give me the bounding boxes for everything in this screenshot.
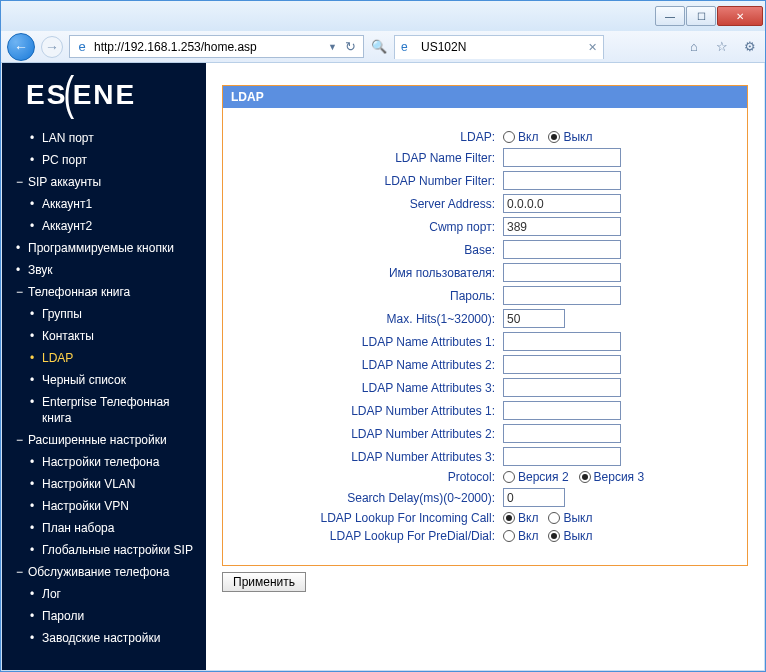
label-name-filter: LDAP Name Filter: bbox=[243, 151, 503, 165]
panel-body: LDAP: Вкл Выкл LDAP Name Filter: LDAP Nu… bbox=[223, 108, 747, 565]
input-name-filter[interactable] bbox=[503, 148, 621, 167]
logo-text-right: ENE bbox=[73, 79, 137, 111]
radio-predial-on[interactable]: Вкл bbox=[503, 529, 538, 543]
input-name-attr1[interactable] bbox=[503, 332, 621, 351]
sidebar-item-label: Расширенные настройки bbox=[28, 432, 167, 448]
sidebar-item-label: Настройки VPN bbox=[42, 498, 129, 514]
radio-protocol-v2[interactable]: Версия 2 bbox=[503, 470, 569, 484]
input-max-hits[interactable] bbox=[503, 309, 565, 328]
radio-ldap-off[interactable]: Выкл bbox=[548, 130, 592, 144]
sidebar-item[interactable]: •LAN порт bbox=[2, 127, 206, 149]
bullet-icon: • bbox=[16, 240, 24, 256]
refresh-icon[interactable]: ↻ bbox=[341, 38, 359, 56]
input-name-attr3[interactable] bbox=[503, 378, 621, 397]
label-num-attr3: LDAP Number Attributes 3: bbox=[243, 450, 503, 464]
sidebar-item[interactable]: •Пароли bbox=[2, 605, 206, 627]
input-password[interactable] bbox=[503, 286, 621, 305]
sidebar-item[interactable]: •LDAP bbox=[2, 347, 206, 369]
sidebar-item[interactable]: •Заводские настройки bbox=[2, 627, 206, 649]
sidebar-item[interactable]: •Enterprise Телефонная книга bbox=[2, 391, 206, 429]
sidebar-item-label: Пароли bbox=[42, 608, 84, 624]
sidebar-item[interactable]: •Настройки телефона bbox=[2, 451, 206, 473]
sidebar: ES(ENE •LAN порт•PC порт−SIP аккаунты•Ак… bbox=[2, 63, 206, 670]
apply-row: Применить bbox=[222, 572, 748, 592]
sidebar-item[interactable]: •Лог bbox=[2, 583, 206, 605]
label-username: Имя пользователя: bbox=[243, 266, 503, 280]
sidebar-item-label: Настройки телефона bbox=[42, 454, 159, 470]
bullet-icon: • bbox=[30, 476, 38, 492]
bullet-icon: • bbox=[30, 350, 38, 366]
input-num-attr2[interactable] bbox=[503, 424, 621, 443]
sidebar-item-label: Обслуживание телефона bbox=[28, 564, 169, 580]
input-number-filter[interactable] bbox=[503, 171, 621, 190]
sidebar-item[interactable]: −Расширенные настройки bbox=[2, 429, 206, 451]
logo: ES(ENE bbox=[2, 63, 206, 127]
tools-icon[interactable]: ⚙ bbox=[741, 38, 759, 56]
input-name-attr2[interactable] bbox=[503, 355, 621, 374]
input-num-attr1[interactable] bbox=[503, 401, 621, 420]
search-icon[interactable]: 🔍 bbox=[370, 38, 388, 56]
sidebar-menu: •LAN порт•PC порт−SIP аккаунты•Аккаунт1•… bbox=[2, 127, 206, 649]
sidebar-item[interactable]: −SIP аккаунты bbox=[2, 171, 206, 193]
sidebar-item[interactable]: •Аккаунт1 bbox=[2, 193, 206, 215]
label-num-attr1: LDAP Number Attributes 1: bbox=[243, 404, 503, 418]
sidebar-item[interactable]: •Настройки VPN bbox=[2, 495, 206, 517]
sidebar-item[interactable]: −Обслуживание телефона bbox=[2, 561, 206, 583]
input-cwmp-port[interactable] bbox=[503, 217, 621, 236]
favorites-icon[interactable]: ☆ bbox=[713, 38, 731, 56]
bullet-icon: • bbox=[16, 262, 24, 278]
sidebar-item-label: Телефонная книга bbox=[28, 284, 130, 300]
radio-incoming-off[interactable]: Выкл bbox=[548, 511, 592, 525]
tab-close-icon[interactable]: ✕ bbox=[588, 41, 597, 54]
forward-button[interactable]: → bbox=[41, 36, 63, 58]
sidebar-item-label: LDAP bbox=[42, 350, 73, 366]
home-icon[interactable]: ⌂ bbox=[685, 38, 703, 56]
url-dropdown-icon[interactable]: ▼ bbox=[328, 42, 337, 52]
sidebar-item[interactable]: •Настройки VLAN bbox=[2, 473, 206, 495]
panel-header: LDAP bbox=[223, 86, 747, 108]
sidebar-item[interactable]: •Звук bbox=[2, 259, 206, 281]
input-num-attr3[interactable] bbox=[503, 447, 621, 466]
input-base[interactable] bbox=[503, 240, 621, 259]
sidebar-item[interactable]: •Группы bbox=[2, 303, 206, 325]
ldap-panel: LDAP LDAP: Вкл Выкл LDAP Name Filter: LD… bbox=[222, 85, 748, 566]
sidebar-item[interactable]: •PC порт bbox=[2, 149, 206, 171]
row-lookup-incoming: LDAP Lookup For Incoming Call: Вкл Выкл bbox=[243, 511, 727, 525]
sidebar-item[interactable]: •Глобальные настройки SIP bbox=[2, 539, 206, 561]
radio-incoming-on[interactable]: Вкл bbox=[503, 511, 538, 525]
bullet-icon: − bbox=[16, 284, 24, 300]
sidebar-item[interactable]: •Аккаунт2 bbox=[2, 215, 206, 237]
sidebar-item-label: Глобальные настройки SIP bbox=[42, 542, 193, 558]
bullet-icon: • bbox=[30, 608, 38, 624]
sidebar-item[interactable]: −Телефонная книга bbox=[2, 281, 206, 303]
sidebar-item-label: Лог bbox=[42, 586, 61, 602]
sidebar-item-label: Программируемые кнопки bbox=[28, 240, 174, 256]
url-input[interactable] bbox=[94, 40, 324, 54]
input-server-address[interactable] bbox=[503, 194, 621, 213]
address-bar[interactable]: e ▼ ↻ bbox=[69, 35, 364, 58]
label-ldap: LDAP: bbox=[243, 130, 503, 144]
tab-strip: e US102N ✕ bbox=[394, 35, 679, 59]
back-button[interactable]: ← bbox=[7, 33, 35, 61]
window-minimize-button[interactable]: — bbox=[655, 6, 685, 26]
sidebar-item-label: Группы bbox=[42, 306, 82, 322]
apply-button[interactable]: Применить bbox=[222, 572, 306, 592]
browser-tab[interactable]: e US102N ✕ bbox=[394, 35, 604, 59]
bullet-icon: • bbox=[30, 306, 38, 322]
sidebar-item[interactable]: •Контакты bbox=[2, 325, 206, 347]
bullet-icon: • bbox=[30, 328, 38, 344]
row-protocol: Protocol: Версия 2 Версия 3 bbox=[243, 470, 727, 484]
window-close-button[interactable]: ✕ bbox=[717, 6, 763, 26]
window-maximize-button[interactable]: ☐ bbox=[686, 6, 716, 26]
bullet-icon: • bbox=[30, 394, 38, 410]
input-username[interactable] bbox=[503, 263, 621, 282]
radio-protocol-v3[interactable]: Версия 3 bbox=[579, 470, 645, 484]
input-search-delay[interactable] bbox=[503, 488, 565, 507]
sidebar-item[interactable]: •Черный список bbox=[2, 369, 206, 391]
label-num-attr2: LDAP Number Attributes 2: bbox=[243, 427, 503, 441]
radio-ldap-on[interactable]: Вкл bbox=[503, 130, 538, 144]
sidebar-item[interactable]: •Программируемые кнопки bbox=[2, 237, 206, 259]
bullet-icon: − bbox=[16, 432, 24, 448]
radio-predial-off[interactable]: Выкл bbox=[548, 529, 592, 543]
sidebar-item[interactable]: •План набора bbox=[2, 517, 206, 539]
